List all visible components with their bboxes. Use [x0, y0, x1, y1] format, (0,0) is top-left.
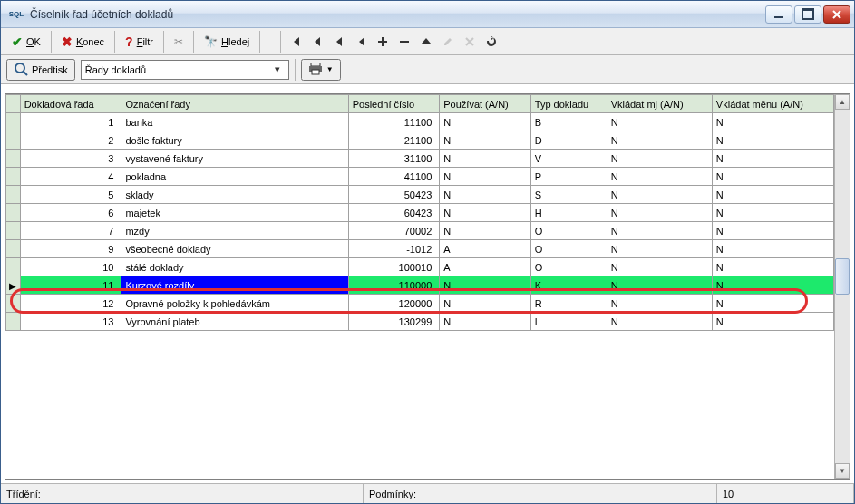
cell-cislo[interactable]: 70002 [348, 222, 440, 240]
nav-first-button[interactable] [286, 32, 306, 52]
cell-typ[interactable]: S [530, 186, 607, 204]
cell-mena[interactable]: N [712, 168, 833, 186]
scroll-up-button[interactable]: ▲ [835, 94, 850, 110]
table-row[interactable]: ▶11Kurzové rozdíly110000NKNN [6, 276, 834, 295]
col-pouzivat[interactable]: Používat (A/N) [440, 95, 531, 113]
table-row[interactable]: 6majetek60423NHNN [6, 204, 834, 222]
cell-mj[interactable]: N [607, 168, 712, 186]
cell-pouz[interactable]: A [440, 240, 531, 258]
cell-typ[interactable]: H [530, 204, 607, 222]
cell-pouz[interactable]: N [440, 295, 531, 313]
ok-button[interactable]: ✔ OK [6, 31, 46, 53]
nav-add-button[interactable] [373, 32, 393, 52]
cell-mj[interactable]: N [607, 113, 712, 131]
cell-cislo[interactable]: 60423 [348, 204, 440, 222]
table-row[interactable]: 10stálé doklady100010AONN [6, 258, 834, 276]
col-mena[interactable]: Vkládat měnu (A/N) [712, 95, 833, 113]
cell-typ[interactable]: O [530, 258, 607, 276]
cell-mj[interactable]: N [607, 150, 712, 168]
cell-pouz[interactable]: N [440, 186, 531, 204]
cell-pouz[interactable]: N [440, 113, 531, 131]
cell-mena[interactable]: N [712, 240, 833, 258]
cell-ozn[interactable]: došle faktury [121, 131, 348, 150]
col-rada[interactable]: Dokladová řada [20, 95, 121, 113]
cell-cislo[interactable]: 11100 [348, 113, 440, 131]
cell-rada[interactable]: 12 [20, 295, 121, 313]
nav-refresh-button[interactable] [481, 32, 501, 52]
cell-rada[interactable]: 13 [20, 313, 121, 331]
table-row[interactable]: 2došle faktury21100NDNN [6, 131, 834, 150]
scroll-track[interactable] [835, 110, 850, 463]
cell-rada[interactable]: 7 [20, 222, 121, 240]
cell-mj[interactable]: N [607, 240, 712, 258]
cell-cislo[interactable]: 21100 [348, 131, 440, 150]
vertical-scrollbar[interactable]: ▲ ▼ [834, 94, 850, 479]
cell-pouz[interactable]: N [440, 276, 531, 295]
maximize-button[interactable] [794, 5, 821, 24]
cell-mena[interactable]: N [712, 131, 833, 150]
cell-cislo[interactable]: 41100 [348, 168, 440, 186]
nav-last-button[interactable] [351, 32, 371, 52]
cell-rada[interactable]: 3 [20, 150, 121, 168]
cell-typ[interactable]: D [530, 131, 607, 150]
cell-pouz[interactable]: N [440, 131, 531, 150]
nav-prev-button[interactable] [307, 32, 327, 52]
cell-ozn[interactable]: pokladna [121, 168, 348, 186]
cell-rada[interactable]: 5 [20, 186, 121, 204]
cell-rada[interactable]: 6 [20, 204, 121, 222]
predtisk-button[interactable]: Předtisk [6, 59, 75, 81]
cell-ozn[interactable]: vystavené faktury [121, 150, 348, 168]
scissors-button[interactable]: ✂ [169, 31, 189, 53]
cell-ozn[interactable]: Opravné položky k pohledávkám [121, 295, 348, 313]
cell-rada[interactable]: 10 [20, 258, 121, 276]
cell-cislo[interactable]: 50423 [348, 186, 440, 204]
cell-mena[interactable]: N [712, 204, 833, 222]
cell-mj[interactable]: N [607, 131, 712, 150]
cell-mena[interactable]: N [712, 222, 833, 240]
cell-mj[interactable]: N [607, 186, 712, 204]
cell-ozn[interactable]: majetek [121, 204, 348, 222]
cell-mj[interactable]: N [607, 258, 712, 276]
cell-ozn[interactable]: Vyrovnání plateb [121, 313, 348, 331]
cell-cislo[interactable]: 100010 [348, 258, 440, 276]
cell-mj[interactable]: N [607, 313, 712, 331]
nav-up-button[interactable] [416, 32, 436, 52]
cell-mena[interactable]: N [712, 113, 833, 131]
cell-mena[interactable]: N [712, 276, 833, 295]
table-row[interactable]: 9všeobecné doklady-1012AONN [6, 240, 834, 258]
col-mj[interactable]: Vkládat mj (A/N) [607, 95, 712, 113]
table-row[interactable]: 12Opravné položky k pohledávkám120000NRN… [6, 295, 834, 313]
minimize-button[interactable] [765, 5, 792, 24]
cell-mena[interactable]: N [712, 313, 833, 331]
cell-ozn[interactable]: mzdy [121, 222, 348, 240]
cell-pouz[interactable]: N [440, 313, 531, 331]
print-button[interactable]: ▼ [301, 59, 341, 81]
cell-typ[interactable]: O [530, 222, 607, 240]
cell-cislo[interactable]: 130299 [348, 313, 440, 331]
scroll-down-button[interactable]: ▼ [835, 463, 850, 479]
cell-typ[interactable]: O [530, 240, 607, 258]
cell-mj[interactable]: N [607, 295, 712, 313]
cell-typ[interactable]: B [530, 113, 607, 131]
cell-typ[interactable]: L [530, 313, 607, 331]
col-oznaceni[interactable]: Označení řady [121, 95, 348, 113]
report-combo[interactable]: Řady dokladů ▾ [81, 60, 289, 80]
cell-typ[interactable]: V [530, 150, 607, 168]
nav-next-button[interactable] [329, 32, 349, 52]
table-row[interactable]: 4pokladna41100NPNN [6, 168, 834, 186]
cell-ozn[interactable]: sklady [121, 186, 348, 204]
close-button[interactable] [823, 5, 850, 24]
table-row[interactable]: 7mzdy70002NONN [6, 222, 834, 240]
cell-pouz[interactable]: N [440, 168, 531, 186]
cell-cislo[interactable]: 31100 [348, 150, 440, 168]
cell-mj[interactable]: N [607, 276, 712, 295]
cell-mena[interactable]: N [712, 258, 833, 276]
filtr-button[interactable]: ? Filtr [120, 31, 159, 53]
cell-rada[interactable]: 1 [20, 113, 121, 131]
cell-rada[interactable]: 4 [20, 168, 121, 186]
nav-remove-button[interactable] [394, 32, 414, 52]
cell-typ[interactable]: P [530, 168, 607, 186]
col-typ[interactable]: Typ dokladu [530, 95, 607, 113]
cell-ozn[interactable]: banka [121, 113, 348, 131]
cell-typ[interactable]: K [530, 276, 607, 295]
